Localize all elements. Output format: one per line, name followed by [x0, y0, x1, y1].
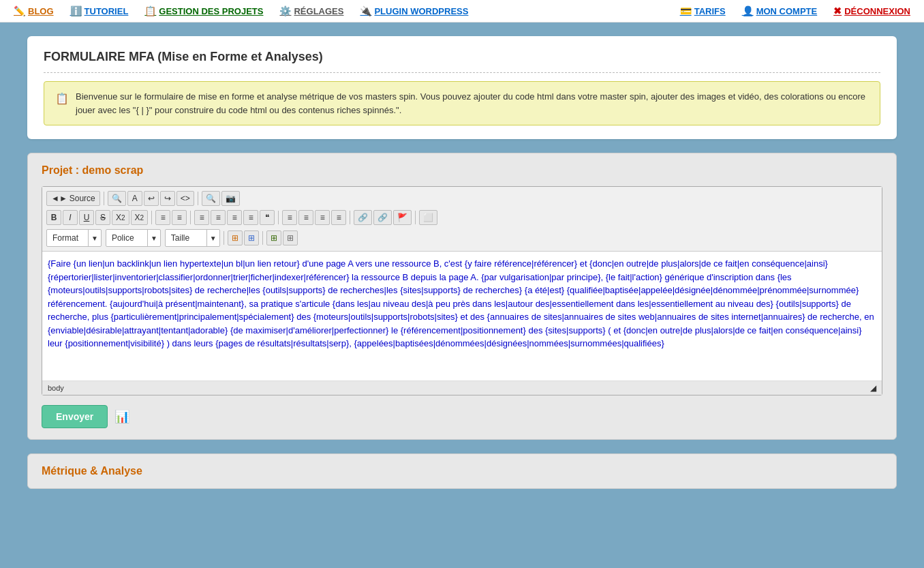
table-button[interactable]: ⬜	[419, 210, 437, 225]
settings-icon: ⚙️	[279, 5, 291, 16]
top-navigation: ✏️ BLOG ℹ️ TUTORIEL 📋 GESTION DES PROJET…	[0, 0, 924, 23]
info-box-icon: 📋	[55, 91, 69, 107]
nav-plugin[interactable]: 🔌 PLUGIN WORDPRESS	[360, 5, 468, 16]
nav-deconnexion[interactable]: ✖ DÉCONNEXION	[833, 5, 910, 16]
editor-content[interactable]: {Faire {un lien|un backlink|un lien hype…	[48, 257, 876, 350]
nav-tarifs-label: TARIFS	[694, 6, 726, 16]
spell-check-button[interactable]: 🔍	[202, 191, 220, 206]
editor-body[interactable]: {Faire {un lien|un backlink|un lien hype…	[42, 252, 882, 381]
project-card: Projet : demo scrap ◄► Source 🔍 A ↩ ↪ <>	[27, 153, 897, 440]
blockquote-button[interactable]: ❝	[260, 210, 275, 225]
nav-deconnexion-label: DÉCONNEXION	[844, 6, 910, 16]
wordpress-icon: 🔌	[360, 5, 371, 16]
send-extra-icon[interactable]: 📊	[114, 409, 129, 424]
send-button[interactable]: Envoyer	[42, 405, 108, 428]
editor-toolbar: ◄► Source 🔍 A ↩ ↪ <> 🔍 📷 B I	[42, 187, 882, 252]
toolbar-separator-4	[190, 211, 191, 224]
special-button[interactable]: ⊞	[283, 230, 298, 245]
nav-reglages[interactable]: ⚙️ RÉGLAGES	[279, 5, 343, 16]
account-icon: 👤	[742, 5, 754, 16]
source-icon: ◄►	[51, 194, 67, 203]
align-justify-button[interactable]: ≡	[243, 210, 258, 225]
source-button[interactable]: ◄► Source	[46, 191, 100, 206]
nav-mon-compte[interactable]: 👤 MON COMPTE	[742, 5, 818, 16]
toolbar-separator-7	[415, 211, 416, 224]
align-center-button[interactable]: ≡	[211, 210, 226, 225]
align-left-button[interactable]: ≡	[194, 210, 209, 225]
nav-blog[interactable]: ✏️ BLOG	[14, 5, 54, 16]
align-4-button[interactable]: ≡	[315, 210, 330, 225]
redo-button[interactable]: ↪	[160, 191, 175, 206]
italic-button[interactable]: I	[63, 210, 78, 225]
html-button[interactable]: <>	[176, 191, 194, 206]
align-5-button[interactable]: ≡	[331, 210, 346, 225]
nav-reglages-label: RÉGLAGES	[294, 6, 343, 16]
font-size-button[interactable]: A	[127, 191, 142, 206]
projects-icon: 📋	[144, 5, 156, 16]
unordered-list-button[interactable]: ≡	[172, 210, 187, 225]
align-right-button[interactable]: ≡	[227, 210, 242, 225]
send-area: Envoyer 📊	[42, 405, 882, 428]
bg-color-button[interactable]: ⊞	[244, 230, 259, 245]
toolbar-separator-1	[104, 192, 104, 205]
format-dropdown[interactable]: Format ▼	[46, 229, 102, 247]
nav-mon-compte-label: MON COMPTE	[756, 6, 818, 16]
editor-container: ◄► Source 🔍 A ↩ ↪ <> 🔍 📷 B I	[42, 186, 882, 395]
nav-tutoriel[interactable]: ℹ️ TUTORIEL	[70, 5, 129, 16]
link-button[interactable]: 🔗	[354, 210, 372, 225]
undo-button[interactable]: ↩	[144, 191, 159, 206]
font-dropdown-arrow: ▼	[147, 230, 160, 246]
size-dropdown[interactable]: Taille ▼	[165, 229, 220, 247]
page-title-card: FORMULAIRE MFA (Mise en Forme et Analyse…	[27, 36, 897, 139]
toolbar-row-1: ◄► Source 🔍 A ↩ ↪ <> 🔍 📷	[46, 190, 878, 207]
image-button[interactable]: 📷	[221, 191, 240, 206]
format-dropdown-label: Format	[47, 233, 88, 243]
toolbar-row-2: B I U S X2 X2 ≡ ≡ ≡ ≡ ≡ ≡ ❝ ≡	[46, 209, 878, 226]
metrics-title: Métrique & Analyse	[42, 465, 882, 477]
underline-button[interactable]: U	[79, 210, 94, 225]
nav-tarifs[interactable]: 💳 TARIFS	[680, 5, 726, 16]
size-dropdown-arrow: ▼	[206, 230, 219, 246]
ordered-list-button[interactable]: ≡	[155, 210, 170, 225]
toolbar-separator-2	[198, 192, 198, 205]
toolbar-separator-8	[224, 231, 224, 245]
strikethrough-button[interactable]: S	[95, 210, 110, 225]
superscript-button[interactable]: X2	[131, 210, 149, 225]
format-dropdown-arrow: ▼	[88, 230, 101, 246]
spin-button[interactable]: ⊞	[266, 230, 281, 245]
tarifs-icon: 💳	[680, 5, 692, 16]
source-label: Source	[70, 194, 95, 203]
info-icon: ℹ️	[70, 5, 82, 16]
subscript-button[interactable]: X2	[112, 210, 129, 225]
toolbar-row-3: Format ▼ Police ▼ Taille ▼ ⊞ ⊞ ⊞	[46, 228, 878, 248]
toolbar-separator-5	[278, 211, 279, 224]
project-title: Projet : demo scrap	[42, 164, 882, 177]
toolbar-separator-3	[151, 211, 152, 224]
nav-plugin-label: PLUGIN WORDPRESS	[374, 6, 468, 16]
main-content: FORMULAIRE MFA (Mise en Forme et Analyse…	[0, 23, 924, 503]
blog-icon: ✏️	[14, 5, 25, 16]
info-box-text: Bienvenue sur le formulaire de mise en f…	[76, 90, 869, 117]
page-title: FORMULAIRE MFA (Mise en Forme et Analyse…	[44, 50, 880, 73]
editor-footer: body ◢	[42, 381, 882, 395]
color-button[interactable]: ⊞	[228, 230, 243, 245]
font-dropdown-label: Police	[106, 233, 147, 243]
editor-footer-label: body	[48, 384, 64, 392]
align-3-button[interactable]: ≡	[298, 210, 313, 225]
metrics-card: Métrique & Analyse	[27, 453, 897, 489]
size-dropdown-label: Taille	[166, 233, 206, 243]
unlink-button[interactable]: 🔗	[373, 210, 392, 225]
nav-blog-label: BLOG	[28, 6, 54, 16]
nav-tutoriel-label: TUTORIEL	[84, 6, 129, 16]
bold-button[interactable]: B	[46, 210, 61, 225]
toolbar-separator-6	[350, 211, 350, 224]
editor-footer-icon: ◢	[870, 383, 876, 393]
nav-gestion[interactable]: 📋 GESTION DES PROJETS	[144, 5, 263, 16]
nav-gestion-label: GESTION DES PROJETS	[159, 6, 263, 16]
anchor-button[interactable]: 🚩	[393, 210, 412, 225]
toolbar-separator-9	[262, 231, 263, 245]
font-dropdown[interactable]: Police ▼	[106, 229, 161, 247]
find-button[interactable]: 🔍	[108, 191, 126, 206]
disconnect-icon: ✖	[833, 5, 842, 16]
align-2-button[interactable]: ≡	[282, 210, 297, 225]
